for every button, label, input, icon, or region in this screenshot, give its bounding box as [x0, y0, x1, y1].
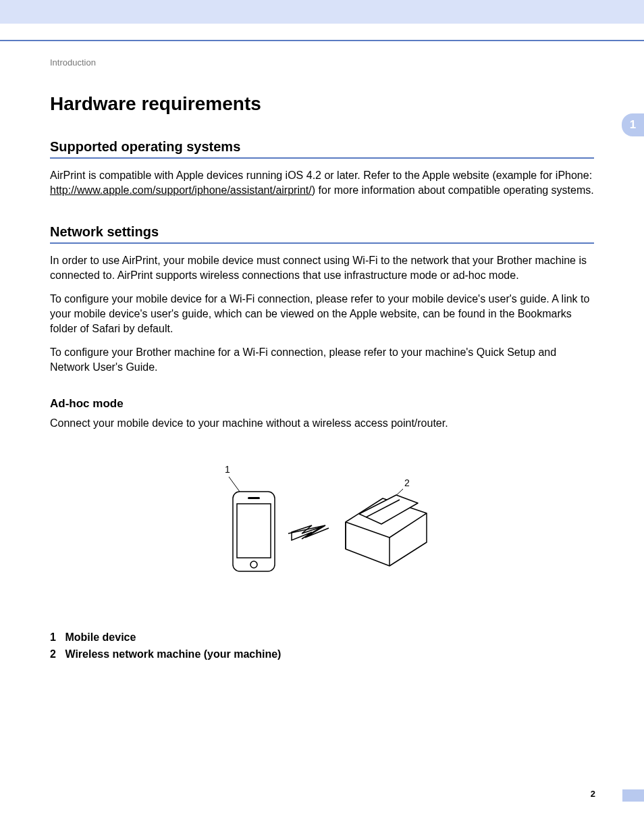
page-title: Hardware requirements [50, 93, 594, 115]
legend-item-1: 1 Mobile device [50, 629, 594, 646]
legend-num-2: 2 [50, 646, 62, 663]
diagram-label-2: 2 [404, 477, 410, 488]
page-content: Introduction Hardware requirements Suppo… [0, 41, 644, 663]
paragraph-adhoc: Connect your mobile device to your machi… [50, 416, 594, 431]
chapter-tab: 1 [622, 113, 644, 136]
page-number-tab [622, 789, 644, 802]
diagram-label-1: 1 [225, 464, 230, 475]
svg-point-3 [250, 561, 257, 568]
legend-text-2: Wireless network machine (your machine) [65, 648, 281, 660]
breadcrumb: Introduction [50, 57, 594, 68]
legend-item-2: 2 Wireless network machine (your machine… [50, 646, 594, 663]
svg-rect-4 [248, 497, 260, 499]
mobile-device-icon [233, 492, 275, 571]
paragraph-network-2: To configure your mobile device for a Wi… [50, 292, 594, 336]
diagram-legend: 1 Mobile device 2 Wireless network machi… [50, 629, 594, 663]
text-fragment: AirPrint is compatible with Apple device… [50, 170, 592, 181]
link-apple-support[interactable]: http://www.apple.com/support/iphone/assi… [50, 184, 312, 196]
legend-num-1: 1 [50, 629, 62, 646]
svg-line-0 [229, 477, 240, 492]
section-heading-supported-os: Supported operating systems [50, 139, 594, 159]
sub-heading-adhoc: Ad-hoc mode [50, 397, 594, 411]
page-number: 2 [591, 789, 595, 799]
adhoc-diagram: 1 2 [200, 458, 444, 593]
printer-icon [346, 495, 427, 566]
legend-text-1: Mobile device [65, 631, 136, 643]
section-heading-network-settings: Network settings [50, 224, 594, 244]
text-fragment: ) for more information about compatible … [312, 184, 594, 196]
paragraph-supported-os: AirPrint is compatible with Apple device… [50, 168, 594, 197]
wireless-icon [288, 525, 329, 540]
paragraph-network-1: In order to use AirPrint, your mobile de… [50, 253, 594, 282]
diagram-container: 1 2 [50, 458, 594, 596]
chapter-number: 1 [630, 118, 636, 132]
header-band [0, 0, 644, 24]
svg-rect-2 [237, 504, 271, 558]
paragraph-network-3: To configure your Brother machine for a … [50, 345, 594, 374]
